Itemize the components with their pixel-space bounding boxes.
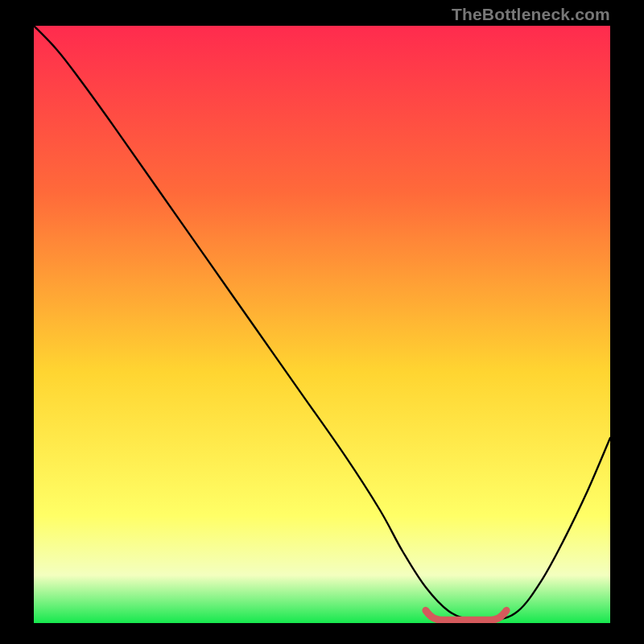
watermark-text: TheBottleneck.com (452, 5, 610, 24)
chart-frame: TheBottleneck.com (0, 0, 644, 644)
plot-area (34, 26, 610, 623)
bottleneck-chart (34, 26, 610, 623)
gradient-background (34, 26, 610, 623)
